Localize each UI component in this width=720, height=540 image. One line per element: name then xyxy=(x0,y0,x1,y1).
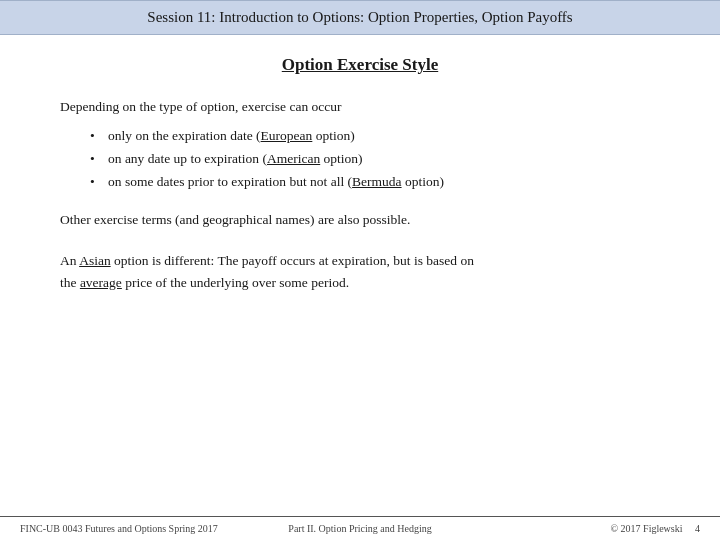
footer-page-number: 4 xyxy=(695,523,700,534)
slide-page: Session 11: Introduction to Options: Opt… xyxy=(0,0,720,540)
footer-right: © 2017 Figlewski 4 xyxy=(473,523,700,534)
bullet-text-before-1: only on the expiration date ( xyxy=(108,128,261,143)
footer-copyright: © 2017 Figlewski xyxy=(610,523,682,534)
asian-underline: Asian xyxy=(79,253,111,268)
american-underline: American xyxy=(267,151,320,166)
asian-paragraph: An Asian option is different: The payoff… xyxy=(60,250,660,293)
main-content: Option Exercise Style Depending on the t… xyxy=(0,35,720,516)
bullet-list: only on the expiration date (European op… xyxy=(90,125,660,194)
bullet-text-before-2: on any date up to expiration ( xyxy=(108,151,267,166)
header-title: Session 11: Introduction to Options: Opt… xyxy=(20,9,700,26)
bermuda-underline: Bermuda xyxy=(352,174,402,189)
footer: FINC-UB 0043 Futures and Options Spring … xyxy=(0,516,720,540)
list-item: on some dates prior to expiration but no… xyxy=(90,171,660,194)
list-item: only on the expiration date (European op… xyxy=(90,125,660,148)
bullet-text-after-3: option) xyxy=(402,174,444,189)
other-exercise-text: Other exercise terms (and geographical n… xyxy=(60,210,660,230)
footer-center: Part II. Option Pricing and Hedging xyxy=(247,523,474,534)
asian-text-line2-after: price of the underlying over some period… xyxy=(122,275,349,290)
header-bar: Session 11: Introduction to Options: Opt… xyxy=(0,0,720,35)
european-underline: European xyxy=(261,128,313,143)
bullet-text-after-2: option) xyxy=(320,151,362,166)
average-underline: average xyxy=(80,275,122,290)
list-item: on any date up to expiration (American o… xyxy=(90,148,660,171)
bullet-text-after-1: option) xyxy=(312,128,354,143)
intro-text: Depending on the type of option, exercis… xyxy=(60,97,660,117)
asian-text-line2-before: the xyxy=(60,275,80,290)
bullet-text-before-3: on some dates prior to expiration but no… xyxy=(108,174,352,189)
asian-text-after-line1: option is different: The payoff occurs a… xyxy=(111,253,474,268)
asian-text-before: An xyxy=(60,253,79,268)
slide-title: Option Exercise Style xyxy=(60,55,660,75)
footer-left: FINC-UB 0043 Futures and Options Spring … xyxy=(20,523,247,534)
